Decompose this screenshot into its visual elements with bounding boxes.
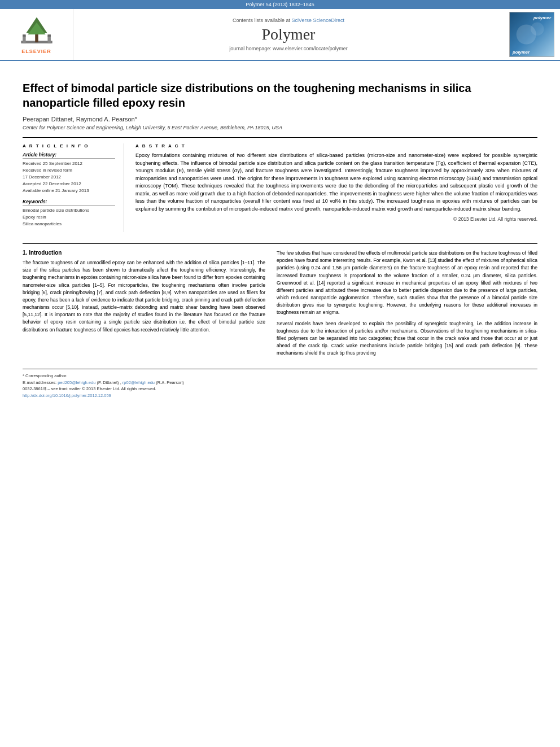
article-info-heading: A R T I C L E I N F O: [23, 143, 115, 148]
abstract-column: A B S T R A C T Epoxy formulations conta…: [135, 143, 537, 232]
email-line: E-mail addresses: ped205@lehigh.edu (P. …: [23, 379, 537, 386]
copyright-notice: © 2013 Elsevier Ltd. All rights reserved…: [135, 216, 537, 222]
email-1-link[interactable]: ped205@lehigh.edu: [58, 380, 95, 385]
svg-rect-6: [23, 34, 26, 37]
revised-label: Received in revised form: [23, 167, 115, 174]
abstract-paragraph: Epoxy formulations containing mixtures o…: [135, 152, 537, 213]
doi-line: http://dx.doi.org/10.1016/j.polymer.2012…: [23, 393, 537, 398]
contents-available-text: Contents lists available at: [233, 18, 290, 23]
keyword-3: Silica nanoparticles: [23, 221, 115, 228]
svg-point-10: [531, 23, 544, 36]
available-date: Available online 21 January 2013: [23, 187, 115, 194]
article-info-column: A R T I C L E I N F O Article history: R…: [23, 143, 124, 232]
article-info-abstract-section: A R T I C L E I N F O Article history: R…: [23, 137, 537, 232]
intro-text-2: The few studies that have considered the…: [277, 250, 537, 317]
intro-text-1: The fracture toughness of an unmodified …: [23, 259, 265, 334]
revised-date: 17 December 2012: [23, 174, 115, 181]
keyword-2: Epoxy resin: [23, 214, 115, 221]
homepage-label: journal homepage: www.elsevier.com/locat…: [229, 46, 348, 51]
received-date: Received 25 September 2012: [23, 160, 115, 167]
journal-ref-text: Polymer 54 (2013) 1832–1845: [246, 2, 314, 7]
introduction-paragraph-1: The fracture toughness of an unmodified …: [23, 259, 265, 334]
journal-info-center: Contents lists available at SciVerse Sci…: [73, 9, 504, 60]
elsevier-label: ELSEVIER: [21, 49, 51, 54]
journal-cover-area: polymer: [504, 9, 560, 60]
email-2-link[interactable]: rp02@lehigh.edu: [123, 380, 155, 385]
email-1-name: (P. Dittanet): [97, 380, 119, 385]
svg-rect-7: [47, 34, 51, 37]
corresponding-author-text: * Corresponding author.: [23, 373, 67, 378]
article-title: Effect of bimodal particle size distribu…: [23, 81, 537, 110]
sciverse-link[interactable]: SciVerse ScienceDirect: [292, 18, 345, 23]
doi-link[interactable]: http://dx.doi.org/10.1016/j.polymer.2012…: [23, 393, 111, 398]
author-names: Peerapan Dittanet, Raymond A. Pearson*: [23, 116, 137, 123]
abstract-heading: A B S T R A C T: [135, 143, 537, 148]
sciverse-line: Contents lists available at SciVerse Sci…: [233, 18, 344, 23]
keywords-label: Keywords:: [23, 199, 115, 206]
elsevier-tree-icon: [17, 15, 56, 49]
keyword-1: Bimodal particle size distributions: [23, 207, 115, 214]
journal-header: ELSEVIER Contents lists available at Sci…: [0, 9, 560, 61]
svg-text:polymer: polymer: [512, 50, 530, 55]
svg-rect-4: [23, 36, 26, 43]
intro-text-3: Several models have been developed to ex…: [277, 320, 537, 357]
body-left-column: 1. Introduction The fracture toughness o…: [23, 250, 265, 360]
email-2-name: (R.A. Pearson): [156, 380, 184, 385]
polymer-cover-image: polymer: [509, 12, 554, 57]
email-label: E-mail addresses:: [23, 380, 56, 385]
journal-reference-bar: Polymer 54 (2013) 1832–1845: [0, 0, 560, 9]
elsevier-logo: ELSEVIER: [17, 15, 56, 54]
affiliation-line: Center for Polymer Science and Engineeri…: [23, 125, 537, 130]
issn-text: 0032-3861/$ – see front matter © 2013 El…: [23, 386, 156, 391]
authors-line: Peerapan Dittanet, Raymond A. Pearson*: [23, 116, 537, 123]
svg-rect-5: [47, 36, 51, 43]
introduction-paragraph-2: The few studies that have considered the…: [277, 250, 537, 357]
corresponding-author-note: * Corresponding author.: [23, 373, 537, 379]
body-two-column: 1. Introduction The fracture toughness o…: [23, 243, 537, 360]
history-label: Article history:: [23, 152, 115, 159]
article-history-section: Article history: Received 25 September 2…: [23, 152, 115, 194]
accepted-date: Accepted 22 December 2012: [23, 181, 115, 187]
section-number: 1.: [23, 250, 27, 256]
section-title: Introduction: [29, 250, 62, 256]
introduction-heading: 1. Introduction: [23, 250, 265, 256]
journal-homepage-line: journal homepage: www.elsevier.com/locat…: [229, 46, 348, 51]
keywords-section: Keywords: Bimodal particle size distribu…: [23, 199, 115, 228]
publisher-logo-area: ELSEVIER: [0, 9, 73, 60]
body-right-column: The few studies that have considered the…: [277, 250, 537, 360]
main-content-area: Effect of bimodal particle size distribu…: [0, 61, 560, 409]
footnotes-area: * Corresponding author. E-mail addresses…: [23, 369, 537, 398]
issn-line: 0032-3861/$ – see front matter © 2013 El…: [23, 386, 537, 392]
journal-name: Polymer: [262, 25, 316, 43]
abstract-body: Epoxy formulations containing mixtures o…: [135, 152, 537, 213]
